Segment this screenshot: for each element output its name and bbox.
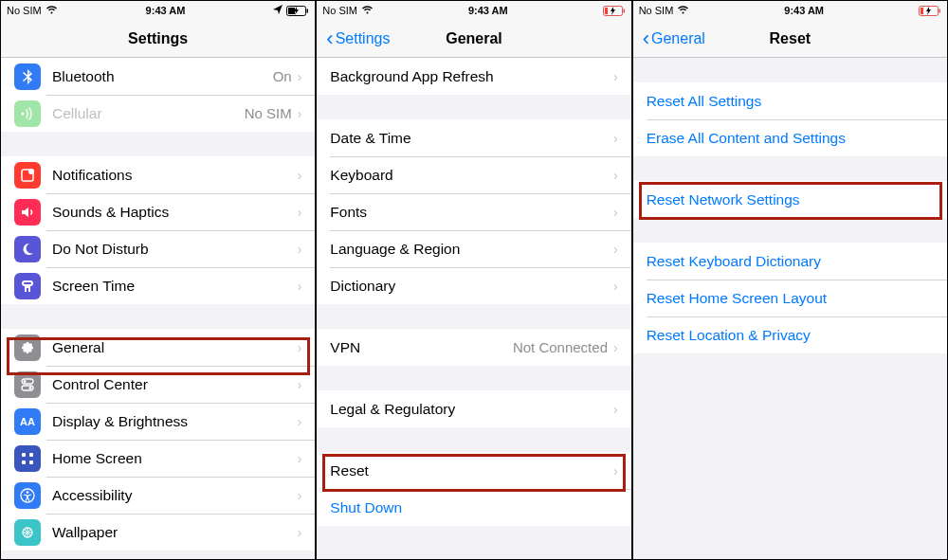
panel-reset: No SIM 9:43 AM ‹ General Reset Reset All…	[632, 0, 948, 560]
row-label: Reset All Settings	[647, 93, 934, 110]
row-bluetooth[interactable]: Bluetooth On ›	[1, 58, 315, 95]
row-display[interactable]: AA Display & Brightness ›	[1, 403, 315, 440]
row-lang[interactable]: Language & Region ›	[317, 230, 630, 267]
row-label: Notifications	[52, 167, 298, 184]
row-home[interactable]: Home Screen ›	[1, 440, 315, 477]
row-dict[interactable]: Dictionary ›	[317, 267, 630, 304]
home-screen-icon	[14, 445, 41, 472]
row-label: Reset Keyboard Dictionary	[647, 253, 934, 270]
row-bg-app-refresh[interactable]: Background App Refresh ›	[317, 58, 630, 95]
row-reset-home[interactable]: Reset Home Screen Layout	[633, 280, 947, 316]
svg-point-5	[28, 169, 34, 174]
chevron-right-icon: ›	[298, 69, 302, 84]
row-label: Do Not Disturb	[52, 241, 298, 258]
row-label: Shut Down	[330, 499, 617, 516]
row-reset-location[interactable]: Reset Location & Privacy	[633, 316, 947, 353]
chevron-right-icon: ›	[298, 205, 302, 220]
wallpaper-icon	[14, 519, 41, 546]
notifications-icon	[14, 162, 41, 189]
svg-text:AA: AA	[20, 416, 35, 427]
settings-list[interactable]: Bluetooth On › Cellular No SIM › Notific…	[1, 58, 315, 559]
row-label: Control Center	[52, 376, 298, 393]
row-accessibility[interactable]: Accessibility ›	[1, 477, 315, 514]
chevron-right-icon: ›	[298, 525, 302, 540]
svg-rect-22	[939, 9, 940, 12]
battery-icon	[919, 6, 941, 16]
row-reset-network[interactable]: Reset Network Settings	[633, 181, 947, 218]
svg-rect-23	[921, 8, 923, 14]
row-datetime[interactable]: Date & Time ›	[317, 119, 630, 156]
nav-bar: ‹ General Reset	[633, 20, 947, 58]
row-general[interactable]: General ›	[1, 329, 315, 366]
back-button[interactable]: ‹ General	[643, 28, 705, 49]
row-control[interactable]: Control Center ›	[1, 366, 315, 403]
accessibility-icon	[14, 482, 41, 509]
back-button[interactable]: ‹ Settings	[326, 28, 390, 49]
back-label: General	[651, 30, 705, 47]
svg-rect-1	[307, 9, 309, 12]
row-cellular[interactable]: Cellular No SIM ›	[1, 95, 315, 132]
control-center-icon	[14, 371, 41, 398]
chevron-right-icon: ›	[613, 131, 618, 146]
wifi-icon	[46, 5, 58, 16]
row-label: General	[52, 339, 298, 356]
nav-bar: Settings	[1, 20, 315, 58]
wifi-icon	[677, 5, 689, 16]
carrier-label: No SIM	[322, 5, 357, 16]
row-label: Accessibility	[52, 487, 298, 504]
row-label: Sounds & Haptics	[52, 204, 298, 221]
row-notifications[interactable]: Notifications ›	[1, 156, 315, 193]
row-erase-all[interactable]: Erase All Content and Settings	[633, 119, 947, 156]
chevron-right-icon: ›	[298, 106, 302, 121]
row-label: Dictionary	[330, 278, 613, 295]
nav-bar: ‹ Settings General	[317, 20, 630, 58]
svg-rect-20	[605, 8, 608, 14]
row-keyboard[interactable]: Keyboard ›	[317, 156, 630, 193]
reset-list[interactable]: Reset All Settings Erase All Content and…	[633, 58, 947, 559]
row-label: Home Screen	[52, 450, 298, 467]
row-label: Cellular	[52, 105, 245, 122]
row-fonts[interactable]: Fonts ›	[317, 193, 630, 230]
display-icon: AA	[14, 408, 41, 435]
row-sounds[interactable]: Sounds & Haptics ›	[1, 193, 315, 230]
time-label: 9:43 AM	[784, 5, 824, 16]
chevron-left-icon: ‹	[643, 28, 649, 49]
row-reset[interactable]: Reset ›	[317, 452, 630, 489]
svg-rect-11	[22, 453, 26, 457]
carrier-label: No SIM	[639, 5, 674, 16]
screentime-icon	[14, 273, 41, 299]
dnd-icon	[14, 236, 41, 262]
row-label: Display & Brightness	[52, 413, 298, 430]
time-label: 9:43 AM	[468, 5, 508, 16]
row-label: VPN	[330, 339, 513, 356]
page-title: Settings	[1, 30, 315, 47]
row-screentime[interactable]: Screen Time ›	[1, 267, 315, 304]
svg-rect-2	[288, 8, 295, 14]
battery-icon	[603, 6, 626, 16]
row-label: Reset Home Screen Layout	[647, 290, 934, 307]
row-reset-all[interactable]: Reset All Settings	[633, 82, 947, 119]
svg-point-9	[29, 387, 32, 389]
row-dnd[interactable]: Do Not Disturb ›	[1, 230, 315, 267]
row-value: No SIM	[245, 105, 292, 121]
row-reset-keyboard[interactable]: Reset Keyboard Dictionary	[633, 243, 947, 280]
back-label: Settings	[336, 30, 391, 47]
chevron-right-icon: ›	[613, 279, 618, 294]
row-legal[interactable]: Legal & Regulatory ›	[317, 390, 630, 427]
general-list[interactable]: Background App Refresh › Date & Time › K…	[317, 58, 630, 559]
battery-icon	[286, 6, 309, 16]
location-icon	[273, 5, 283, 16]
row-label: Erase All Content and Settings	[647, 130, 934, 147]
time-label: 9:43 AM	[146, 5, 186, 16]
row-vpn[interactable]: VPN Not Connected ›	[317, 329, 630, 366]
chevron-right-icon: ›	[613, 69, 618, 84]
panel-settings: No SIM 9:43 AM Settings Bluetooth On › C…	[0, 0, 316, 560]
row-shutdown[interactable]: Shut Down	[317, 489, 630, 526]
svg-rect-19	[623, 9, 625, 12]
svg-point-3	[22, 112, 25, 115]
row-label: Fonts	[330, 204, 613, 221]
chevron-right-icon: ›	[298, 279, 302, 294]
panel-general: No SIM 9:43 AM ‹ Settings General Backgr…	[316, 0, 631, 560]
row-wallpaper[interactable]: Wallpaper ›	[1, 514, 315, 551]
chevron-right-icon: ›	[298, 168, 302, 183]
